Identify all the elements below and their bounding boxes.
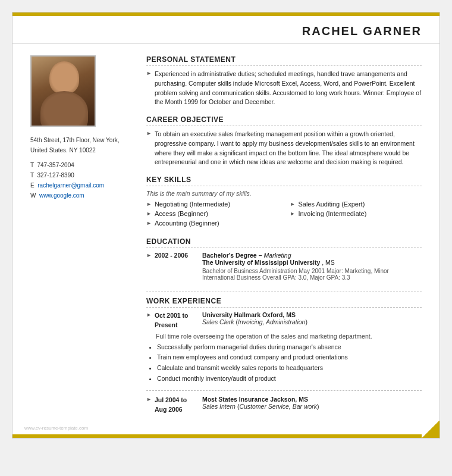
- phone2-value: 327-127-8390: [37, 172, 74, 178]
- work-date-start-2: Jul 2004 to: [155, 396, 202, 405]
- personal-statement-section: PERSONAL STATEMENT ► Experienced in admi…: [146, 55, 422, 107]
- resume-header: RACHEL GARNER: [12, 16, 440, 43]
- skill-arrow-5: ►: [290, 211, 296, 217]
- resume-content: 54th Street, 17th Floor, New York, Unite…: [12, 43, 440, 434]
- company-name-1: University Hallmark Oxford, MS: [202, 311, 422, 318]
- edu-degree-line: Bachelor's Degree – Marketing: [202, 252, 422, 259]
- edu-degree-text: Bachelor's Degree: [202, 252, 257, 259]
- key-skills-section: KEY SKILLS This is the main summary of m…: [146, 176, 422, 229]
- right-column: PERSONAL STATEMENT ► Experienced in admi…: [146, 55, 422, 422]
- photo-placeholder: [32, 55, 95, 127]
- candidate-name: RACHEL GARNER: [30, 24, 422, 38]
- skill-arrow-4: ►: [290, 201, 296, 208]
- career-objective-text: To obtain an executive sales /marketing …: [155, 130, 422, 167]
- work-entry-1: ► Oct 2001 to Present University Hallmar…: [146, 311, 422, 384]
- work-desc-1: Full time role overseeing the operation …: [156, 333, 422, 340]
- phone1-value: 747-357-2004: [37, 162, 74, 168]
- work-dates-1: Oct 2001 to Present: [155, 311, 202, 330]
- work-bullets-1: Successfully perform managerial duties d…: [146, 342, 422, 384]
- key-skills-title: KEY SKILLS: [146, 176, 422, 186]
- edu-description: Bachelor of Business Administration May …: [202, 268, 422, 281]
- skill-item-3: ► Accounting (Beginner): [146, 220, 278, 227]
- edu-institution: The University of Mississippi University: [202, 259, 320, 266]
- role-detail-2: Customer Service, Bar work: [239, 403, 317, 410]
- skills-grid: ► Negotiating (Intermediate) ► Access (B…: [146, 201, 422, 229]
- phone2-label: T: [30, 172, 34, 178]
- edu-field: Marketing: [263, 252, 291, 259]
- watermark: www.cv-resume-template.com: [24, 425, 88, 431]
- skills-col-2: ► Sales Auditing (Expert) ► Invoicing (I…: [290, 201, 422, 229]
- edu-location-val: MS: [325, 259, 335, 266]
- work-entry-1-header: ► Oct 2001 to Present University Hallmar…: [146, 311, 422, 330]
- education-title: EDUCATION: [146, 237, 422, 248]
- work-separator-1: [146, 390, 422, 391]
- edu-degree: Bachelor's Degree – Marketing: [202, 252, 291, 259]
- career-objective-item: ► To obtain an executive sales /marketin…: [146, 130, 422, 167]
- work-bullet-1-4: Conduct monthly inventory/audit of produ…: [157, 374, 422, 384]
- company-name-2: Most States Insurance Jackson, MS: [202, 396, 422, 403]
- work-experience-section: WORK EXPERIENCE ► Oct 2001 to Present Un…: [146, 297, 422, 414]
- edu-arrow: ►: [146, 252, 152, 283]
- page-curl: [422, 420, 440, 438]
- role-detail-1: Invoicing, Administration: [238, 318, 305, 325]
- work-date-end-2: Aug 2006: [155, 405, 202, 415]
- personal-statement-title: PERSONAL STATEMENT: [146, 55, 422, 66]
- work-company-1: University Hallmark Oxford, MS Sales Cle…: [202, 311, 422, 330]
- skill-item-4: ► Sales Auditing (Expert): [290, 201, 422, 208]
- email-link[interactable]: rachelgarner@gmail.com: [37, 182, 104, 189]
- work-entry-2: ► Jul 2004 to Aug 2006 Most States Insur…: [146, 396, 422, 415]
- education-section: EDUCATION ► 2002 - 2006 Bachelor's Degre…: [146, 237, 422, 283]
- work-title: WORK EXPERIENCE: [146, 297, 422, 308]
- edu-dates: 2002 - 2006: [155, 252, 202, 281]
- skill-arrow-1: ►: [146, 201, 152, 208]
- skill-item-2: ► Access (Beginner): [146, 210, 278, 217]
- career-objective-title: CAREER OBJECTIVE: [146, 115, 422, 126]
- website-link[interactable]: www.google.com: [39, 192, 84, 199]
- work-entry-2-header: ► Jul 2004 to Aug 2006 Most States Insur…: [146, 396, 422, 415]
- work-entry-2-inner: Jul 2004 to Aug 2006 Most States Insuran…: [155, 396, 422, 415]
- role-title-2: Sales Intern: [202, 403, 236, 410]
- skill-item-5: ► Invoicing (Intermediate): [290, 210, 422, 217]
- work-bullet-1-1: Successfully perform managerial duties d…: [157, 342, 422, 353]
- work-entry-1-inner: Oct 2001 to Present University Hallmark …: [155, 311, 422, 330]
- skills-summary: This is the main summary of my skills.: [146, 190, 422, 197]
- skill-4: Sales Auditing (Expert): [298, 201, 365, 208]
- work-bullet-1-2: Train new employees and conduct company …: [157, 352, 422, 363]
- phone2: T 327-127-8390: [30, 170, 134, 180]
- work-role-2: Sales Intern (Customer Service, Bar work…: [202, 403, 422, 410]
- phone1-label: T: [30, 162, 34, 168]
- work-role-1: Sales Clerk (Invoicing, Administration): [202, 318, 422, 325]
- address: 54th Street, 17th Floor, New York, Unite…: [30, 135, 134, 155]
- edu-institution-line: The University of Mississippi University…: [202, 259, 422, 266]
- phone1: T 747-357-2004: [30, 160, 134, 170]
- role-title-1: Sales Clerk: [202, 318, 234, 325]
- skills-col-1: ► Negotiating (Intermediate) ► Access (B…: [146, 201, 278, 229]
- education-entry: ► 2002 - 2006 Bachelor's Degree – Market…: [146, 252, 422, 283]
- photo-box: [30, 55, 96, 127]
- bullet-arrow: ►: [146, 70, 152, 107]
- skill-2: Access (Beginner): [155, 210, 208, 217]
- edu-entry-1: 2002 - 2006 Bachelor's Degree – Marketin…: [155, 252, 422, 281]
- edu-separator: [146, 292, 422, 292]
- email-label: E: [30, 182, 34, 189]
- skill-arrow-2: ►: [146, 211, 152, 217]
- role-detail-close-2: ): [317, 403, 319, 410]
- work-company-2: Most States Insurance Jackson, MS Sales …: [202, 396, 422, 415]
- work-arrow-2: ►: [146, 396, 152, 415]
- gold-bar-bottom: [12, 434, 440, 438]
- personal-statement-item: ► Experienced in administrative duties; …: [146, 70, 422, 107]
- role-detail-close-1: ): [305, 318, 307, 325]
- skill-5: Invoicing (Intermediate): [298, 210, 366, 217]
- skill-arrow-3: ►: [146, 220, 152, 227]
- work-bullet-1-3: Calculate and transmit weekly sales repo…: [157, 363, 422, 374]
- work-date-end-1: Present: [155, 321, 202, 330]
- personal-statement-text: Experienced in administrative duties; sc…: [155, 70, 422, 107]
- work-dates-2: Jul 2004 to Aug 2006: [155, 396, 202, 415]
- contact-info: 54th Street, 17th Floor, New York, Unite…: [30, 135, 134, 201]
- work-arrow-1: ►: [146, 312, 152, 330]
- resume-page: RACHEL GARNER 54th Street, 17th Floor, N…: [12, 12, 440, 439]
- career-objective-section: CAREER OBJECTIVE ► To obtain an executiv…: [146, 115, 422, 167]
- skill-3: Accounting (Beginner): [155, 220, 219, 227]
- bullet-arrow-2: ►: [146, 130, 152, 167]
- website: W www.google.com: [30, 190, 134, 201]
